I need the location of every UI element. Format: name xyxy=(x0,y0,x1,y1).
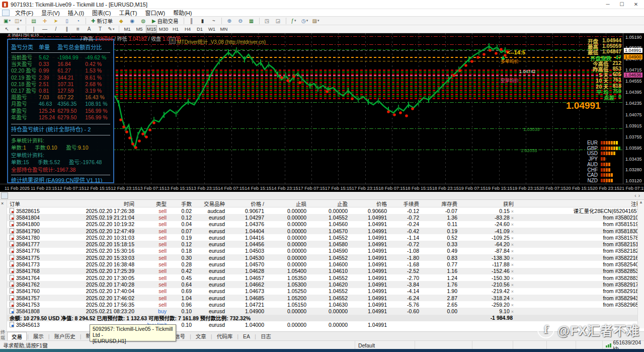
status-profile[interactable]: Default xyxy=(355,341,415,349)
close-button[interactable]: ✕ xyxy=(629,0,643,9)
col-header-11[interactable]: 获利 xyxy=(460,200,516,207)
terminal-tab-账户历史[interactable]: 账户历史 xyxy=(50,332,79,340)
order-row[interactable]: 358418082025.02.21 08:23:20buy0.10eurusd… xyxy=(7,308,644,314)
terminal-vertical-label[interactable]: 终端 xyxy=(1,330,6,341)
order-row[interactable]: 358417622025.02.20 17:40:28sell0.64eurus… xyxy=(7,281,644,288)
col-header-0[interactable]: 订单 xyxy=(7,200,83,207)
order-row[interactable]: 358417772025.02.20 15:18:15sell0.12eurus… xyxy=(7,241,644,247)
order-row[interactable]: 358418002025.02.20 10:19:32sell0.04eurus… xyxy=(7,221,644,228)
close-order-icon[interactable]: × xyxy=(511,216,514,221)
close-order-icon[interactable]: × xyxy=(511,303,514,308)
timeframe-M30[interactable]: M30 xyxy=(158,25,169,33)
chart-window-icon[interactable]: ▤ xyxy=(29,17,39,25)
cursor-tool[interactable]: ↖ xyxy=(2,25,12,33)
arrange-charts-button[interactable]: ◳ xyxy=(262,17,272,25)
strategy-tester-button[interactable]: ◔ xyxy=(73,17,83,25)
menu-工具(T)[interactable]: 工具(T) xyxy=(115,9,140,17)
text-tool[interactable]: A xyxy=(84,25,94,33)
terminal-scrollbar[interactable]: ▲ xyxy=(637,200,644,328)
arrows-tool[interactable]: ✎▾ xyxy=(106,25,116,33)
order-row[interactable]: 358286152025.02.20 17:26:38sell0.02audca… xyxy=(7,207,644,214)
line-chart-button[interactable]: ~ xyxy=(209,17,219,25)
close-order-icon[interactable]: × xyxy=(511,242,514,247)
terminal-tab-交易[interactable]: 交易 xyxy=(7,332,27,341)
candlestick-button[interactable]: ▮ xyxy=(198,17,208,25)
crosshair-move-icon[interactable]: ✛ xyxy=(40,17,50,25)
terminal-close-icon[interactable]: × xyxy=(1,201,4,206)
label-tool[interactable]: T xyxy=(95,25,105,33)
channel-tool[interactable]: ∥ xyxy=(62,25,72,33)
zoom-in-button[interactable]: ⊕ xyxy=(224,17,234,25)
close-order-icon[interactable]: × xyxy=(511,262,514,267)
menu-显示(V)[interactable]: 显示(V) xyxy=(38,9,63,17)
menu-文件(F)[interactable]: 文件(F) xyxy=(12,9,37,17)
chart-tab-scroll-arrows[interactable]: ‹› xyxy=(634,193,642,198)
col-header-1[interactable]: 时间 xyxy=(83,200,137,207)
close-order-icon[interactable]: × xyxy=(511,249,514,254)
order-row[interactable]: 358417532025.02.20 17:56:35sell0.96eurus… xyxy=(7,301,644,308)
bar-chart-button[interactable]: ║ xyxy=(187,17,197,25)
auto-scroll-button[interactable]: ➤ xyxy=(51,17,61,25)
order-row[interactable]: 358418042025.02.19 21:21:04sell0.12eurus… xyxy=(7,214,644,221)
minimize-button[interactable]: ─ xyxy=(601,0,615,9)
col-header-8[interactable]: 价格 xyxy=(350,200,389,207)
order-row[interactable]: 358417682025.02.20 17:25:39sell0.42eurus… xyxy=(7,268,644,274)
vline-tool[interactable]: | xyxy=(29,25,39,33)
close-order-icon[interactable]: × xyxy=(511,276,514,281)
terminal-tab-代码库[interactable]: 代码库 xyxy=(213,332,237,340)
chart-area[interactable]: / 昨高 1.05036 / 昨低 1.04182 / 收盘 1.05008 +… xyxy=(0,33,644,192)
col-header-12[interactable]: 注释 xyxy=(516,200,644,207)
close-order-icon[interactable]: × xyxy=(511,229,514,234)
maximize-button[interactable]: ☐ xyxy=(615,0,629,9)
terminal-tab-EA[interactable]: EA xyxy=(239,333,254,340)
menu-插入(I)[interactable]: 插入(I) xyxy=(64,9,88,17)
timeframe-M5[interactable]: M5 xyxy=(134,25,145,33)
timeframe-MN[interactable]: MN xyxy=(218,25,229,33)
timeframe-M15[interactable]: M15 xyxy=(146,25,157,33)
close-order-icon[interactable]: × xyxy=(511,296,514,301)
col-header-4[interactable]: 交易品种 xyxy=(194,200,227,207)
terminal-tab-展示[interactable]: 展示 xyxy=(29,332,48,340)
timeframe-D1[interactable]: D1 xyxy=(194,25,205,33)
close-order-icon[interactable]: × xyxy=(511,209,514,214)
menu-帮助(H)[interactable]: 帮助(H) xyxy=(170,9,195,17)
timeframe-W1[interactable]: W1 xyxy=(206,25,217,33)
close-order-icon[interactable]: × xyxy=(511,283,514,288)
close-order-icon[interactable]: × xyxy=(511,222,514,227)
auto-trading-button[interactable]: ▶自助交易 xyxy=(149,17,181,25)
indicator-list-button[interactable]: ◆ xyxy=(116,17,126,25)
profiles-button[interactable]: ◫▾ xyxy=(13,17,23,25)
order-row[interactable]: 358417572025.02.20 17:46:02sell1.04eurus… xyxy=(7,295,644,301)
menu-图表(C)[interactable]: 图表(C) xyxy=(89,9,114,17)
close-order-icon[interactable]: × xyxy=(511,309,514,314)
web-terminal-icon[interactable]: ◍ xyxy=(138,17,148,25)
menu-窗口(W)[interactable]: 窗口(W) xyxy=(141,9,169,17)
new-order-button[interactable]: ✚新订单 xyxy=(89,17,115,25)
periods-button[interactable]: ◷▾ xyxy=(300,17,310,25)
order-row[interactable]: 358417802025.02.20 10:31:03sell0.19eurus… xyxy=(7,234,644,241)
templates-button[interactable]: ▨▾ xyxy=(311,17,321,25)
close-order-icon[interactable]: × xyxy=(511,269,514,274)
zoom-out-button[interactable]: ⊖ xyxy=(235,17,246,25)
terminal-tab-日志[interactable]: 日志 xyxy=(257,332,275,340)
order-row[interactable]: 358417902025.02.20 12:47:49sell0.07eurus… xyxy=(7,228,644,234)
balance-row[interactable]: 余额: 10 279.50 USD 净值: 8 294.52 已用预付款: 1 … xyxy=(7,315,644,321)
chart-shift-button[interactable]: ▯ xyxy=(62,17,72,25)
col-header-9[interactable]: 手续费 xyxy=(389,200,422,207)
timeframe-M1[interactable]: M1 xyxy=(122,25,133,33)
close-order-icon[interactable]: × xyxy=(511,236,514,241)
col-header-10[interactable]: 库存费 xyxy=(422,200,460,207)
terminal-tab-文章[interactable]: 文章 xyxy=(192,332,210,340)
close-order-icon[interactable]: × xyxy=(511,289,514,294)
order-row[interactable]: 358417642025.02.20 17:30:05sell0.45eurus… xyxy=(7,274,644,281)
col-header-5[interactable]: 价格 / xyxy=(227,200,267,207)
fibonacci-tool[interactable]: ≡ xyxy=(73,25,83,33)
indicator-collapse-button[interactable]: + xyxy=(169,37,176,44)
order-row[interactable]: 358417762025.02.20 15:30:16sell0.18eurus… xyxy=(7,248,644,254)
timeframe-H1[interactable]: H1 xyxy=(170,25,181,33)
add-indicator-button[interactable]: ƒ▾ xyxy=(289,17,299,25)
trendline-tool[interactable]: / xyxy=(51,25,61,33)
time-scale[interactable]: 11 Feb 202511 Feb 23:1512 Feb 07:1512 Fe… xyxy=(0,184,644,192)
new-chart-button[interactable]: ▣▾ xyxy=(2,17,12,25)
timeframe-H4[interactable]: H4 xyxy=(182,25,193,33)
